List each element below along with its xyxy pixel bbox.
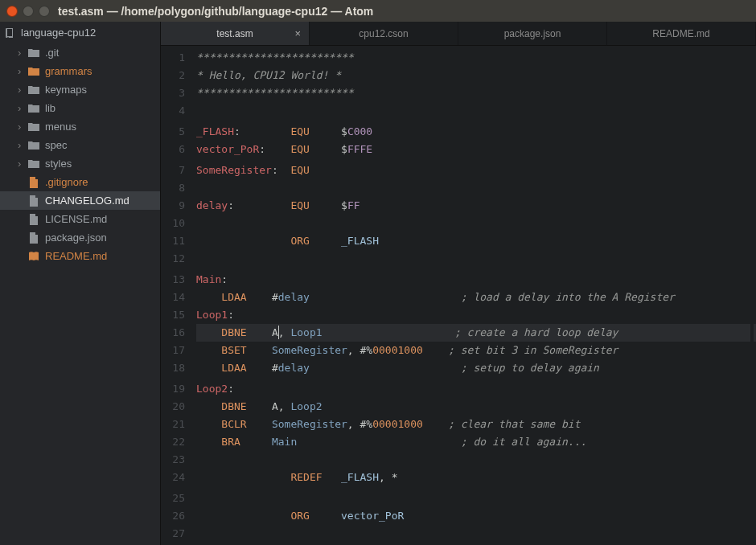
code-line[interactable]: vector_PoR: EQU $FFFE — [196, 141, 756, 158]
line-number: 6 — [161, 141, 185, 158]
tree-item--gitignore[interactable]: .gitignore — [0, 173, 160, 191]
project-name: language-cpu12 — [21, 27, 96, 39]
tree-item-README-md[interactable]: README.md — [0, 247, 160, 265]
tab-test-asm[interactable]: test.asm× — [161, 22, 310, 45]
tree-item-label: package.json — [45, 232, 107, 244]
folder-icon — [27, 121, 40, 133]
code-line[interactable]: ************************* — [196, 84, 756, 102]
project-root[interactable]: language-cpu12 — [0, 22, 160, 43]
code-line[interactable]: LDAA #delay ; setup to delay again — [196, 359, 756, 377]
tree-item-label: menus — [45, 121, 76, 133]
code-line[interactable]: Main: — [196, 271, 756, 289]
chevron-right-icon: › — [18, 158, 26, 170]
window-maximize-button[interactable] — [39, 6, 50, 17]
editor[interactable]: 1234567891011121314151617181920212223242… — [161, 46, 756, 545]
code-line[interactable]: SomeRegister: EQU — [196, 162, 756, 179]
tab-label: cpu12.cson — [359, 28, 408, 39]
code-line[interactable]: _FLASH: EQU $C000 — [196, 123, 756, 141]
tree-item-label: README.md — [45, 250, 107, 262]
chevron-right-icon: › — [18, 102, 26, 114]
chevron-right-icon: › — [18, 139, 26, 151]
line-number: 1 — [161, 49, 185, 67]
code-line[interactable]: * Hello, CPU12 World! * — [196, 67, 756, 84]
line-number: 13 — [161, 271, 185, 289]
code-line[interactable] — [196, 102, 756, 120]
code-line[interactable]: ************************* — [196, 49, 756, 67]
file-icon — [27, 214, 40, 225]
code-line[interactable] — [196, 490, 756, 507]
tree-item-label: styles — [45, 158, 72, 170]
tree-item-package-json[interactable]: package.json — [0, 228, 160, 247]
chevron-right-icon: › — [18, 65, 26, 77]
tree-item-label: CHANGELOG.md — [45, 195, 129, 207]
titlebar: test.asm — /home/polygon/github/language… — [0, 0, 756, 22]
code-line[interactable]: LDAA #delay ; load a delay into the A Re… — [196, 289, 756, 306]
tree-item-label: grammars — [45, 65, 92, 77]
tree-item-label: LICENSE.md — [45, 213, 107, 225]
code-line[interactable]: Loop2: — [196, 380, 756, 398]
tree-item-menus[interactable]: ›menus — [0, 117, 160, 136]
tree-item-label: lib — [45, 102, 55, 114]
tree-item-keymaps[interactable]: ›keymaps — [0, 80, 160, 99]
tab-label: README.md — [652, 28, 709, 39]
line-number: 3 — [161, 84, 185, 102]
code-line[interactable] — [196, 525, 756, 543]
code-line[interactable] — [196, 451, 756, 469]
line-number: 24 — [161, 469, 185, 486]
code-area[interactable]: ************************** Hello, CPU12 … — [191, 46, 756, 545]
scrollbar-track[interactable] — [753, 46, 754, 545]
code-line[interactable] — [196, 215, 756, 232]
line-number: 22 — [161, 433, 185, 451]
chevron-right-icon: › — [18, 47, 26, 59]
code-line[interactable]: ORG _FLASH — [196, 232, 756, 250]
line-number: 16 — [161, 324, 185, 342]
file-mod-icon — [27, 177, 40, 188]
code-line[interactable]: Loop1: — [196, 306, 756, 324]
line-number: 11 — [161, 232, 185, 250]
code-line[interactable]: BSET SomeRegister, #%00001000 ; set bit … — [196, 342, 756, 359]
tree-item-grammars[interactable]: ›grammars — [0, 62, 160, 80]
code-line[interactable]: DBNE A, Loop1 ; create a hard loop delay — [196, 324, 756, 342]
line-number: 25 — [161, 490, 185, 507]
line-number: 17 — [161, 342, 185, 359]
tab-label: test.asm — [216, 28, 253, 39]
code-line[interactable] — [196, 179, 756, 197]
book-mod-icon — [27, 251, 40, 262]
line-number: 8 — [161, 179, 185, 197]
tab-label: package.json — [504, 28, 561, 39]
line-number: 10 — [161, 215, 185, 232]
tree-item-label: .gitignore — [45, 176, 88, 188]
code-line[interactable]: delay: EQU $FF — [196, 197, 756, 215]
line-number: 27 — [161, 525, 185, 543]
file-tree: ›.git›grammars›keymaps›lib›menus›spec›st… — [0, 43, 160, 265]
line-number: 7 — [161, 162, 185, 179]
tree-item--git[interactable]: ›.git — [0, 43, 160, 62]
tree-item-LICENSE-md[interactable]: LICENSE.md — [0, 210, 160, 228]
code-line[interactable]: DBNE A, Loop2 — [196, 398, 756, 416]
main-pane: test.asm×cpu12.csonpackage.jsonREADME.md… — [161, 22, 756, 545]
sidebar[interactable]: language-cpu12 ›.git›grammars›keymaps›li… — [0, 22, 161, 545]
tab-package-json[interactable]: package.json — [458, 22, 607, 45]
app-frame: language-cpu12 ›.git›grammars›keymaps›li… — [0, 22, 756, 545]
tab-README-md[interactable]: README.md — [607, 22, 756, 45]
window-minimize-button[interactable] — [23, 6, 34, 17]
tab-bar: test.asm×cpu12.csonpackage.jsonREADME.md — [161, 22, 756, 46]
tree-item-CHANGELOG-md[interactable]: CHANGELOG.md — [0, 191, 160, 210]
tree-item-styles[interactable]: ›styles — [0, 154, 160, 173]
code-line[interactable]: BCLR SomeRegister, #%00001000 ; clear th… — [196, 416, 756, 433]
tab-cpu12-cson[interactable]: cpu12.cson — [310, 22, 458, 45]
code-line[interactable]: BRA Main ; do it all again... — [196, 433, 756, 451]
code-line[interactable]: ORG vector_PoR — [196, 507, 756, 525]
tree-item-lib[interactable]: ›lib — [0, 99, 160, 117]
gutter: 1234567891011121314151617181920212223242… — [161, 46, 191, 545]
code-line[interactable] — [196, 250, 756, 268]
code-line[interactable]: REDEF _FLASH, * — [196, 469, 756, 486]
close-icon[interactable]: × — [294, 27, 301, 39]
line-number: 20 — [161, 398, 185, 416]
line-number: 4 — [161, 102, 185, 120]
window-close-button[interactable] — [6, 6, 18, 17]
tree-item-label: keymaps — [45, 84, 87, 96]
line-number: 19 — [161, 380, 185, 398]
folder-open-icon — [27, 66, 40, 77]
tree-item-spec[interactable]: ›spec — [0, 136, 160, 154]
